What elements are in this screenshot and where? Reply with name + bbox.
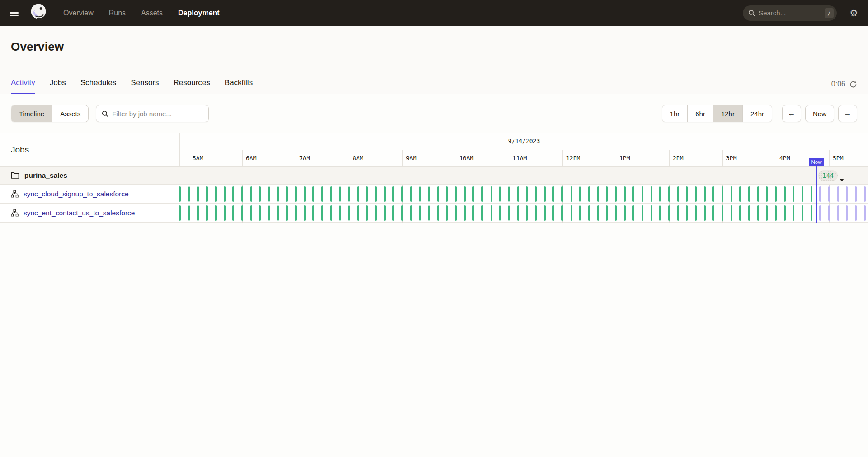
run-tick[interactable] bbox=[188, 205, 190, 221]
run-tick[interactable] bbox=[632, 205, 634, 221]
run-tick[interactable] bbox=[651, 205, 652, 221]
run-tick[interactable] bbox=[793, 186, 794, 202]
run-tick[interactable] bbox=[348, 205, 350, 221]
run-tick[interactable] bbox=[766, 205, 768, 221]
scheduled-run-tick[interactable] bbox=[855, 186, 857, 202]
run-tick[interactable] bbox=[588, 205, 590, 221]
run-tick[interactable] bbox=[437, 205, 439, 221]
run-tick[interactable] bbox=[722, 186, 723, 202]
refresh-icon[interactable] bbox=[849, 81, 857, 88]
run-tick[interactable] bbox=[277, 205, 279, 221]
range-6hr[interactable]: 6hr bbox=[687, 105, 713, 122]
run-tick[interactable] bbox=[491, 205, 492, 221]
run-tick[interactable] bbox=[286, 186, 288, 202]
run-tick[interactable] bbox=[659, 205, 661, 221]
run-tick[interactable] bbox=[561, 205, 563, 221]
run-tick[interactable] bbox=[384, 205, 386, 221]
run-tick[interactable] bbox=[197, 186, 199, 202]
run-tick[interactable] bbox=[401, 186, 403, 202]
scheduled-run-tick[interactable] bbox=[837, 186, 839, 202]
run-tick[interactable] bbox=[268, 205, 270, 221]
run-tick[interactable] bbox=[384, 186, 386, 202]
run-tick[interactable] bbox=[312, 205, 314, 221]
run-tick[interactable] bbox=[259, 205, 261, 221]
run-tick[interactable] bbox=[224, 186, 226, 202]
run-tick[interactable] bbox=[268, 186, 270, 202]
run-tick[interactable] bbox=[748, 186, 750, 202]
run-tick[interactable] bbox=[775, 205, 777, 221]
run-tick[interactable] bbox=[784, 186, 786, 202]
run-tick[interactable] bbox=[392, 186, 394, 202]
run-tick[interactable] bbox=[544, 205, 546, 221]
run-tick[interactable] bbox=[464, 186, 466, 202]
run-tick[interactable] bbox=[277, 186, 279, 202]
run-tick[interactable] bbox=[286, 205, 288, 221]
run-tick[interactable] bbox=[722, 205, 723, 221]
tab-sensors[interactable]: Sensors bbox=[131, 78, 159, 94]
run-tick[interactable] bbox=[357, 186, 359, 202]
scheduled-run-tick[interactable] bbox=[828, 186, 830, 202]
run-tick[interactable] bbox=[295, 186, 297, 202]
run-tick[interactable] bbox=[606, 205, 608, 221]
search-input[interactable] bbox=[759, 9, 821, 17]
scheduled-run-tick[interactable] bbox=[846, 205, 848, 221]
run-tick[interactable] bbox=[206, 205, 208, 221]
run-tick[interactable] bbox=[739, 186, 741, 202]
run-tick[interactable] bbox=[757, 186, 759, 202]
run-tick[interactable] bbox=[330, 186, 332, 202]
run-tick[interactable] bbox=[731, 205, 732, 221]
scheduled-run-tick[interactable] bbox=[819, 186, 821, 202]
run-tick[interactable] bbox=[241, 205, 243, 221]
run-tick[interactable] bbox=[535, 186, 537, 202]
run-tick[interactable] bbox=[339, 205, 341, 221]
run-tick[interactable] bbox=[419, 186, 421, 202]
run-tick[interactable] bbox=[455, 205, 457, 221]
run-tick[interactable] bbox=[811, 205, 812, 221]
scheduled-run-tick[interactable] bbox=[855, 205, 857, 221]
run-tick[interactable] bbox=[561, 186, 563, 202]
run-tick[interactable] bbox=[179, 205, 181, 221]
range-12hr[interactable]: 12hr bbox=[713, 105, 742, 122]
run-tick[interactable] bbox=[668, 205, 670, 221]
run-tick[interactable] bbox=[330, 205, 332, 221]
run-tick[interactable] bbox=[571, 186, 572, 202]
run-tick[interactable] bbox=[615, 186, 617, 202]
run-tick[interactable] bbox=[197, 205, 199, 221]
run-tick[interactable] bbox=[295, 205, 297, 221]
run-tick[interactable] bbox=[704, 205, 706, 221]
run-tick[interactable] bbox=[784, 205, 786, 221]
tab-schedules[interactable]: Schedules bbox=[80, 78, 116, 94]
run-tick[interactable] bbox=[731, 186, 732, 202]
run-tick[interactable] bbox=[552, 186, 554, 202]
range-1hr[interactable]: 1hr bbox=[662, 105, 688, 122]
scheduled-run-tick[interactable] bbox=[837, 205, 839, 221]
run-tick[interactable] bbox=[215, 205, 217, 221]
run-tick[interactable] bbox=[375, 205, 377, 221]
next-page-button[interactable]: → bbox=[838, 105, 857, 122]
tab-activity[interactable]: Activity bbox=[11, 78, 35, 94]
run-tick[interactable] bbox=[766, 186, 768, 202]
run-tick[interactable] bbox=[712, 186, 714, 202]
run-tick[interactable] bbox=[250, 205, 252, 221]
run-tick[interactable] bbox=[544, 186, 546, 202]
run-tick[interactable] bbox=[624, 186, 626, 202]
run-tick[interactable] bbox=[606, 186, 608, 202]
run-tick[interactable] bbox=[446, 186, 448, 202]
global-search[interactable]: / bbox=[743, 5, 837, 21]
now-button[interactable]: Now bbox=[805, 105, 834, 122]
nav-item-deployment[interactable]: Deployment bbox=[178, 9, 220, 17]
run-tick[interactable] bbox=[215, 186, 217, 202]
view-toggle-timeline[interactable]: Timeline bbox=[11, 105, 52, 122]
dagster-logo-icon[interactable] bbox=[29, 2, 48, 24]
run-tick[interactable] bbox=[499, 205, 501, 221]
job-name-link[interactable]: sync_ent_contact_us_to_salesforce bbox=[24, 209, 135, 217]
run-tick[interactable] bbox=[508, 205, 510, 221]
run-tick[interactable] bbox=[419, 205, 421, 221]
run-tick[interactable] bbox=[472, 186, 474, 202]
run-tick[interactable] bbox=[455, 186, 457, 202]
run-tick[interactable] bbox=[348, 186, 350, 202]
run-tick[interactable] bbox=[597, 186, 599, 202]
run-tick[interactable] bbox=[428, 205, 430, 221]
scheduled-run-tick[interactable] bbox=[819, 205, 821, 221]
run-tick[interactable] bbox=[624, 205, 626, 221]
